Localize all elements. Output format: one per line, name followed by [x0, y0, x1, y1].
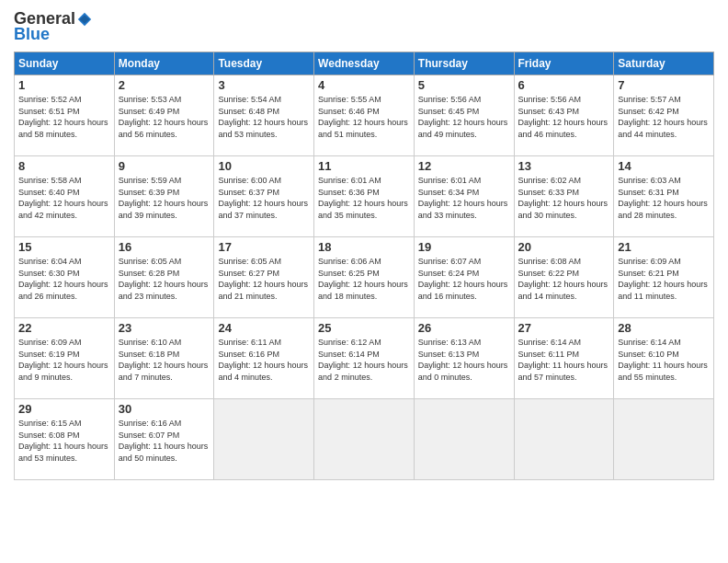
- day-number: 18: [318, 240, 410, 254]
- calendar-cell: 1Sunrise: 5:52 AMSunset: 6:51 PMDaylight…: [15, 75, 115, 156]
- day-info: Sunrise: 6:05 AMSunset: 6:27 PMDaylight:…: [218, 256, 310, 302]
- day-info: Sunrise: 6:15 AMSunset: 6:08 PMDaylight:…: [18, 418, 110, 464]
- header: General Blue: [14, 9, 714, 44]
- day-number: 10: [218, 159, 310, 173]
- calendar-cell: 7Sunrise: 5:57 AMSunset: 6:42 PMDaylight…: [614, 75, 714, 156]
- calendar-cell: 4Sunrise: 5:55 AMSunset: 6:46 PMDaylight…: [314, 75, 415, 156]
- day-info: Sunrise: 6:14 AMSunset: 6:10 PMDaylight:…: [618, 337, 710, 383]
- calendar-cell: 20Sunrise: 6:08 AMSunset: 6:22 PMDayligh…: [514, 237, 614, 318]
- day-info: Sunrise: 6:10 AMSunset: 6:18 PMDaylight:…: [119, 337, 210, 383]
- day-info: Sunrise: 5:57 AMSunset: 6:42 PMDaylight:…: [618, 94, 710, 140]
- day-info: Sunrise: 6:09 AMSunset: 6:21 PMDaylight:…: [618, 256, 710, 302]
- day-info: Sunrise: 6:11 AMSunset: 6:16 PMDaylight:…: [218, 337, 310, 383]
- calendar-cell: 17Sunrise: 6:05 AMSunset: 6:27 PMDayligh…: [214, 237, 314, 318]
- calendar-cell: 12Sunrise: 6:01 AMSunset: 6:34 PMDayligh…: [414, 156, 514, 237]
- calendar-cell: 15Sunrise: 6:04 AMSunset: 6:30 PMDayligh…: [15, 237, 115, 318]
- day-number: 12: [418, 159, 510, 173]
- calendar-cell: 18Sunrise: 6:06 AMSunset: 6:25 PMDayligh…: [314, 237, 415, 318]
- day-number: 11: [318, 159, 410, 173]
- calendar-cell: 27Sunrise: 6:14 AMSunset: 6:11 PMDayligh…: [514, 318, 614, 399]
- day-info: Sunrise: 6:13 AMSunset: 6:13 PMDaylight:…: [418, 337, 510, 383]
- calendar-cell: 14Sunrise: 6:03 AMSunset: 6:31 PMDayligh…: [614, 156, 714, 237]
- calendar-cell: 21Sunrise: 6:09 AMSunset: 6:21 PMDayligh…: [614, 237, 714, 318]
- logo: General Blue: [14, 9, 93, 44]
- day-info: Sunrise: 5:54 AMSunset: 6:48 PMDaylight:…: [218, 94, 310, 140]
- day-number: 13: [518, 159, 610, 173]
- day-info: Sunrise: 6:01 AMSunset: 6:36 PMDaylight:…: [318, 175, 410, 221]
- calendar-cell: 22Sunrise: 6:09 AMSunset: 6:19 PMDayligh…: [15, 318, 115, 399]
- day-info: Sunrise: 6:14 AMSunset: 6:11 PMDaylight:…: [518, 337, 610, 383]
- day-number: 23: [119, 321, 210, 335]
- day-number: 4: [318, 78, 410, 92]
- day-number: 28: [618, 321, 710, 335]
- day-number: 1: [18, 78, 110, 92]
- day-info: Sunrise: 6:00 AMSunset: 6:37 PMDaylight:…: [218, 175, 310, 221]
- logo-icon: [76, 11, 93, 28]
- day-info: Sunrise: 5:52 AMSunset: 6:51 PMDaylight:…: [18, 94, 110, 140]
- day-number: 21: [618, 240, 710, 254]
- day-info: Sunrise: 5:59 AMSunset: 6:39 PMDaylight:…: [119, 175, 210, 221]
- day-info: Sunrise: 5:58 AMSunset: 6:40 PMDaylight:…: [18, 175, 110, 221]
- calendar-cell: 25Sunrise: 6:12 AMSunset: 6:14 PMDayligh…: [314, 318, 415, 399]
- calendar-cell: 13Sunrise: 6:02 AMSunset: 6:33 PMDayligh…: [514, 156, 614, 237]
- day-info: Sunrise: 6:02 AMSunset: 6:33 PMDaylight:…: [518, 175, 610, 221]
- day-number: 24: [218, 321, 310, 335]
- calendar-cell: [414, 399, 514, 480]
- day-info: Sunrise: 6:05 AMSunset: 6:28 PMDaylight:…: [119, 256, 210, 302]
- day-number: 9: [119, 159, 210, 173]
- calendar-cell: [514, 399, 614, 480]
- calendar-cell: 23Sunrise: 6:10 AMSunset: 6:18 PMDayligh…: [114, 318, 214, 399]
- calendar-week-5: 29Sunrise: 6:15 AMSunset: 6:08 PMDayligh…: [15, 399, 714, 480]
- calendar-cell: 24Sunrise: 6:11 AMSunset: 6:16 PMDayligh…: [214, 318, 314, 399]
- calendar-week-3: 15Sunrise: 6:04 AMSunset: 6:30 PMDayligh…: [15, 237, 714, 318]
- calendar-cell: 6Sunrise: 5:56 AMSunset: 6:43 PMDaylight…: [514, 75, 614, 156]
- calendar-table: SundayMondayTuesdayWednesdayThursdayFrid…: [14, 52, 714, 480]
- day-number: 7: [618, 78, 710, 92]
- day-info: Sunrise: 5:56 AMSunset: 6:45 PMDaylight:…: [418, 94, 510, 140]
- day-info: Sunrise: 6:01 AMSunset: 6:34 PMDaylight:…: [418, 175, 510, 221]
- day-info: Sunrise: 6:03 AMSunset: 6:31 PMDaylight:…: [618, 175, 710, 221]
- day-number: 3: [218, 78, 310, 92]
- calendar-cell: 2Sunrise: 5:53 AMSunset: 6:49 PMDaylight…: [114, 75, 214, 156]
- day-info: Sunrise: 6:12 AMSunset: 6:14 PMDaylight:…: [318, 337, 410, 383]
- day-info: Sunrise: 6:06 AMSunset: 6:25 PMDaylight:…: [318, 256, 410, 302]
- day-number: 17: [218, 240, 310, 254]
- logo-blue: Blue: [14, 25, 50, 44]
- calendar-cell: 10Sunrise: 6:00 AMSunset: 6:37 PMDayligh…: [214, 156, 314, 237]
- calendar-cell: 5Sunrise: 5:56 AMSunset: 6:45 PMDaylight…: [414, 75, 514, 156]
- day-number: 6: [518, 78, 610, 92]
- calendar-weekday-saturday: Saturday: [614, 52, 714, 75]
- day-info: Sunrise: 6:08 AMSunset: 6:22 PMDaylight:…: [518, 256, 610, 302]
- day-info: Sunrise: 5:53 AMSunset: 6:49 PMDaylight:…: [119, 94, 210, 140]
- calendar-cell: 26Sunrise: 6:13 AMSunset: 6:13 PMDayligh…: [414, 318, 514, 399]
- calendar-cell: 3Sunrise: 5:54 AMSunset: 6:48 PMDaylight…: [214, 75, 314, 156]
- day-number: 22: [18, 321, 110, 335]
- calendar-week-4: 22Sunrise: 6:09 AMSunset: 6:19 PMDayligh…: [15, 318, 714, 399]
- calendar-cell: 29Sunrise: 6:15 AMSunset: 6:08 PMDayligh…: [15, 399, 115, 480]
- day-number: 8: [18, 159, 110, 173]
- day-number: 14: [618, 159, 710, 173]
- day-number: 29: [18, 402, 110, 416]
- calendar-header-row: SundayMondayTuesdayWednesdayThursdayFrid…: [15, 52, 714, 75]
- calendar-cell: 30Sunrise: 6:16 AMSunset: 6:07 PMDayligh…: [114, 399, 214, 480]
- calendar-cell: 8Sunrise: 5:58 AMSunset: 6:40 PMDaylight…: [15, 156, 115, 237]
- calendar-cell: 16Sunrise: 6:05 AMSunset: 6:28 PMDayligh…: [114, 237, 214, 318]
- calendar-cell: [314, 399, 415, 480]
- day-number: 15: [18, 240, 110, 254]
- calendar-weekday-thursday: Thursday: [414, 52, 514, 75]
- day-number: 27: [518, 321, 610, 335]
- calendar-weekday-tuesday: Tuesday: [214, 52, 314, 75]
- day-info: Sunrise: 5:55 AMSunset: 6:46 PMDaylight:…: [318, 94, 410, 140]
- day-info: Sunrise: 6:16 AMSunset: 6:07 PMDaylight:…: [119, 418, 210, 464]
- calendar-week-1: 1Sunrise: 5:52 AMSunset: 6:51 PMDaylight…: [15, 75, 714, 156]
- calendar-cell: 19Sunrise: 6:07 AMSunset: 6:24 PMDayligh…: [414, 237, 514, 318]
- calendar-cell: [614, 399, 714, 480]
- day-number: 16: [119, 240, 210, 254]
- day-info: Sunrise: 6:04 AMSunset: 6:30 PMDaylight:…: [18, 256, 110, 302]
- calendar-container: General Blue SundayMondayTuesdayWednesda…: [0, 0, 728, 563]
- calendar-weekday-monday: Monday: [114, 52, 214, 75]
- calendar-cell: 11Sunrise: 6:01 AMSunset: 6:36 PMDayligh…: [314, 156, 415, 237]
- day-number: 20: [518, 240, 610, 254]
- day-number: 26: [418, 321, 510, 335]
- calendar-cell: 28Sunrise: 6:14 AMSunset: 6:10 PMDayligh…: [614, 318, 714, 399]
